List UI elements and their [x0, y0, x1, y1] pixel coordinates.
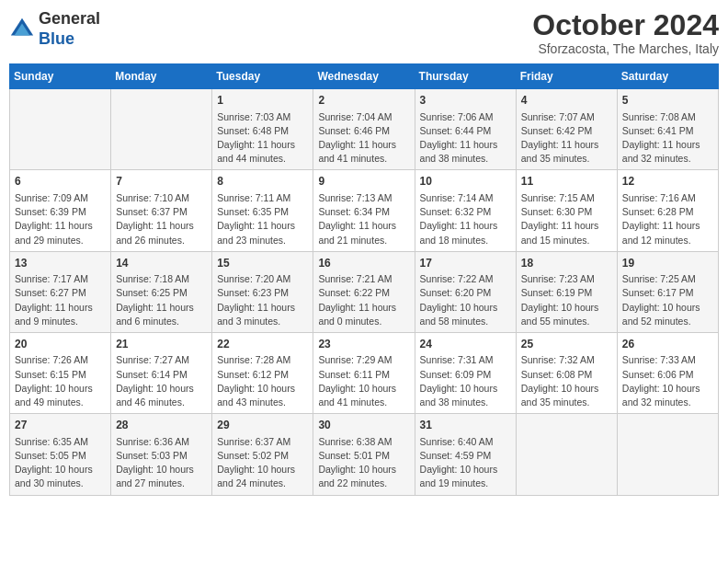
month-title: October 2024 — [532, 9, 719, 41]
logo-icon — [9, 17, 35, 42]
calendar-week-4: 20Sunrise: 7:26 AMSunset: 6:15 PMDayligh… — [10, 332, 719, 413]
calendar-cell: 3Sunrise: 7:06 AMSunset: 6:44 PMDaylight… — [415, 89, 516, 170]
calendar-week-5: 27Sunrise: 6:35 AMSunset: 5:05 PMDayligh… — [10, 414, 719, 495]
calendar-week-3: 13Sunrise: 7:17 AMSunset: 6:27 PMDayligh… — [10, 251, 719, 332]
day-content: Sunrise: 6:40 AMSunset: 4:59 PMDaylight:… — [420, 435, 511, 491]
calendar-cell: 4Sunrise: 7:07 AMSunset: 6:42 PMDaylight… — [516, 89, 617, 170]
weekday-header-sunday: Sunday — [10, 64, 111, 89]
calendar-cell: 29Sunrise: 6:37 AMSunset: 5:02 PMDayligh… — [212, 414, 313, 495]
weekday-header-monday: Monday — [111, 64, 212, 89]
day-content: Sunrise: 7:17 AMSunset: 6:27 PMDaylight:… — [15, 272, 106, 328]
day-content: Sunrise: 7:10 AMSunset: 6:37 PMDaylight:… — [116, 191, 207, 247]
calendar-cell: 5Sunrise: 7:08 AMSunset: 6:41 PMDaylight… — [617, 89, 718, 170]
day-number: 18 — [521, 256, 612, 271]
calendar-cell: 23Sunrise: 7:29 AMSunset: 6:11 PMDayligh… — [313, 332, 415, 413]
logo-blue-text: Blue — [39, 29, 74, 48]
day-content: Sunrise: 7:33 AMSunset: 6:06 PMDaylight:… — [622, 353, 713, 409]
calendar-cell: 11Sunrise: 7:15 AMSunset: 6:30 PMDayligh… — [516, 170, 617, 251]
calendar-cell: 14Sunrise: 7:18 AMSunset: 6:25 PMDayligh… — [111, 251, 212, 332]
day-content: Sunrise: 7:08 AMSunset: 6:41 PMDaylight:… — [622, 110, 713, 167]
location-subtitle: Sforzacosta, The Marches, Italy — [532, 41, 719, 56]
calendar-cell: 26Sunrise: 7:33 AMSunset: 6:06 PMDayligh… — [617, 332, 718, 413]
day-number: 12 — [622, 174, 713, 190]
calendar-cell: 10Sunrise: 7:14 AMSunset: 6:32 PMDayligh… — [415, 170, 516, 251]
calendar-cell: 19Sunrise: 7:25 AMSunset: 6:17 PMDayligh… — [617, 251, 718, 332]
weekday-header-saturday: Saturday — [617, 64, 718, 89]
day-number: 11 — [521, 174, 612, 190]
calendar-body: 1Sunrise: 7:03 AMSunset: 6:48 PMDaylight… — [10, 89, 719, 495]
day-content: Sunrise: 7:20 AMSunset: 6:23 PMDaylight:… — [217, 272, 308, 328]
calendar-header: SundayMondayTuesdayWednesdayThursdayFrid… — [10, 64, 719, 89]
calendar-cell: 1Sunrise: 7:03 AMSunset: 6:48 PMDaylight… — [212, 89, 313, 170]
day-content: Sunrise: 6:35 AMSunset: 5:05 PMDaylight:… — [15, 435, 106, 491]
day-content: Sunrise: 6:37 AMSunset: 5:02 PMDaylight:… — [217, 435, 308, 491]
day-number: 31 — [420, 418, 511, 433]
calendar-cell: 17Sunrise: 7:22 AMSunset: 6:20 PMDayligh… — [415, 251, 516, 332]
day-number: 15 — [217, 256, 308, 271]
calendar-cell: 22Sunrise: 7:28 AMSunset: 6:12 PMDayligh… — [212, 332, 313, 413]
day-number: 20 — [15, 337, 106, 352]
day-number: 27 — [15, 418, 106, 433]
day-content: Sunrise: 7:16 AMSunset: 6:28 PMDaylight:… — [622, 191, 713, 247]
calendar-cell: 6Sunrise: 7:09 AMSunset: 6:39 PMDaylight… — [10, 170, 111, 251]
day-content: Sunrise: 7:32 AMSunset: 6:08 PMDaylight:… — [521, 353, 612, 409]
calendar-cell: 8Sunrise: 7:11 AMSunset: 6:35 PMDaylight… — [212, 170, 313, 251]
calendar-cell — [10, 89, 111, 170]
day-content: Sunrise: 7:13 AMSunset: 6:34 PMDaylight:… — [318, 191, 409, 247]
day-number: 26 — [622, 337, 713, 352]
day-content: Sunrise: 6:36 AMSunset: 5:03 PMDaylight:… — [116, 435, 207, 491]
calendar-cell — [617, 414, 718, 495]
day-number: 29 — [217, 418, 308, 433]
day-number: 17 — [420, 256, 511, 271]
day-number: 30 — [318, 418, 409, 433]
calendar-cell: 7Sunrise: 7:10 AMSunset: 6:37 PMDaylight… — [111, 170, 212, 251]
day-content: Sunrise: 7:22 AMSunset: 6:20 PMDaylight:… — [420, 272, 511, 328]
day-number: 19 — [622, 256, 713, 271]
calendar-cell: 20Sunrise: 7:26 AMSunset: 6:15 PMDayligh… — [10, 332, 111, 413]
logo-text: General Blue — [39, 9, 100, 49]
calendar-week-1: 1Sunrise: 7:03 AMSunset: 6:48 PMDaylight… — [10, 89, 719, 170]
day-content: Sunrise: 7:27 AMSunset: 6:14 PMDaylight:… — [116, 353, 207, 409]
calendar-cell: 30Sunrise: 6:38 AMSunset: 5:01 PMDayligh… — [313, 414, 415, 495]
calendar-cell: 9Sunrise: 7:13 AMSunset: 6:34 PMDaylight… — [313, 170, 415, 251]
day-content: Sunrise: 7:31 AMSunset: 6:09 PMDaylight:… — [420, 353, 511, 409]
calendar-table: SundayMondayTuesdayWednesdayThursdayFrid… — [9, 63, 719, 495]
day-content: Sunrise: 6:38 AMSunset: 5:01 PMDaylight:… — [318, 435, 409, 491]
day-number: 4 — [521, 93, 612, 109]
weekday-header-wednesday: Wednesday — [313, 64, 415, 89]
day-number: 6 — [15, 174, 106, 190]
day-content: Sunrise: 7:18 AMSunset: 6:25 PMDaylight:… — [116, 272, 207, 328]
day-number: 28 — [116, 418, 207, 433]
day-content: Sunrise: 7:26 AMSunset: 6:15 PMDaylight:… — [15, 353, 106, 409]
day-number: 10 — [420, 174, 511, 190]
calendar-cell: 27Sunrise: 6:35 AMSunset: 5:05 PMDayligh… — [10, 414, 111, 495]
day-content: Sunrise: 7:06 AMSunset: 6:44 PMDaylight:… — [420, 110, 511, 167]
day-number: 9 — [318, 174, 409, 190]
calendar-cell: 13Sunrise: 7:17 AMSunset: 6:27 PMDayligh… — [10, 251, 111, 332]
calendar-cell: 21Sunrise: 7:27 AMSunset: 6:14 PMDayligh… — [111, 332, 212, 413]
day-content: Sunrise: 7:03 AMSunset: 6:48 PMDaylight:… — [217, 110, 308, 167]
calendar-cell: 16Sunrise: 7:21 AMSunset: 6:22 PMDayligh… — [313, 251, 415, 332]
day-content: Sunrise: 7:11 AMSunset: 6:35 PMDaylight:… — [217, 191, 308, 247]
calendar-week-2: 6Sunrise: 7:09 AMSunset: 6:39 PMDaylight… — [10, 170, 719, 251]
day-content: Sunrise: 7:09 AMSunset: 6:39 PMDaylight:… — [15, 191, 106, 247]
calendar-cell — [111, 89, 212, 170]
day-content: Sunrise: 7:07 AMSunset: 6:42 PMDaylight:… — [521, 110, 612, 167]
day-number: 22 — [217, 337, 308, 352]
day-number: 14 — [116, 256, 207, 271]
calendar-cell — [516, 414, 617, 495]
calendar-cell: 31Sunrise: 6:40 AMSunset: 4:59 PMDayligh… — [415, 414, 516, 495]
day-content: Sunrise: 7:21 AMSunset: 6:22 PMDaylight:… — [318, 272, 409, 328]
calendar-cell: 12Sunrise: 7:16 AMSunset: 6:28 PMDayligh… — [617, 170, 718, 251]
day-content: Sunrise: 7:28 AMSunset: 6:12 PMDaylight:… — [217, 353, 308, 409]
title-block: October 2024 Sforzacosta, The Marches, I… — [532, 9, 719, 56]
day-number: 24 — [420, 337, 511, 352]
day-number: 1 — [217, 93, 308, 109]
calendar-cell: 15Sunrise: 7:20 AMSunset: 6:23 PMDayligh… — [212, 251, 313, 332]
weekday-row: SundayMondayTuesdayWednesdayThursdayFrid… — [10, 64, 719, 89]
day-number: 23 — [318, 337, 409, 352]
calendar-cell: 2Sunrise: 7:04 AMSunset: 6:46 PMDaylight… — [313, 89, 415, 170]
day-content: Sunrise: 7:23 AMSunset: 6:19 PMDaylight:… — [521, 272, 612, 328]
day-content: Sunrise: 7:14 AMSunset: 6:32 PMDaylight:… — [420, 191, 511, 247]
logo: General Blue — [9, 9, 100, 49]
